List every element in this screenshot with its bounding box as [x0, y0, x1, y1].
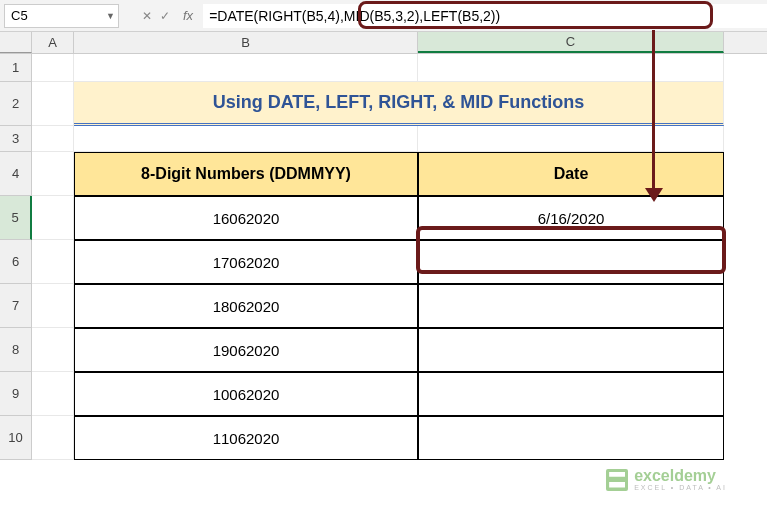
logo-icon [606, 469, 628, 491]
table-cell-number[interactable]: 16062020 [74, 196, 418, 240]
cell[interactable] [32, 82, 74, 126]
table-cell-number[interactable]: 18062020 [74, 284, 418, 328]
name-box[interactable]: C5 ▼ [4, 4, 119, 28]
watermark-tagline: EXCEL • DATA • AI [634, 484, 727, 491]
watermark: exceldemy EXCEL • DATA • AI [606, 468, 727, 491]
watermark-text: exceldemy [634, 468, 727, 484]
cell[interactable] [418, 126, 724, 152]
column-header-b[interactable]: B [74, 32, 418, 53]
row-header[interactable]: 7 [0, 284, 32, 328]
row-header[interactable]: 4 [0, 152, 32, 196]
spreadsheet-grid: A B C 1 2 Using DATE, LEFT, RIGHT, & MID… [0, 32, 767, 460]
cell[interactable] [32, 328, 74, 372]
cell[interactable] [74, 126, 418, 152]
row-header[interactable]: 1 [0, 54, 32, 82]
table-cell-number[interactable]: 17062020 [74, 240, 418, 284]
cell[interactable] [32, 416, 74, 460]
table-header-date[interactable]: Date [418, 152, 724, 196]
formula-text: =DATE(RIGHT(B5,4),MID(B5,3,2),LEFT(B5,2)… [209, 8, 500, 24]
cancel-icon[interactable]: ✕ [139, 9, 155, 23]
table-cell-date[interactable] [418, 372, 724, 416]
row-header[interactable]: 9 [0, 372, 32, 416]
row-header[interactable]: 3 [0, 126, 32, 152]
table-header-numbers[interactable]: 8-Digit Numbers (DDMMYY) [74, 152, 418, 196]
row-header[interactable]: 8 [0, 328, 32, 372]
fx-icon[interactable]: fx [183, 8, 193, 23]
cell[interactable] [418, 54, 724, 82]
title-cell[interactable]: Using DATE, LEFT, RIGHT, & MID Functions [74, 82, 724, 126]
table-cell-number[interactable]: 10062020 [74, 372, 418, 416]
cell[interactable] [32, 126, 74, 152]
cell[interactable] [32, 240, 74, 284]
cell[interactable] [32, 152, 74, 196]
name-box-value: C5 [11, 8, 28, 23]
table-cell-date[interactable]: 6/16/2020 [418, 196, 724, 240]
chevron-down-icon[interactable]: ▼ [106, 11, 115, 21]
table-cell-number[interactable]: 11062020 [74, 416, 418, 460]
formula-input[interactable]: =DATE(RIGHT(B5,4),MID(B5,3,2),LEFT(B5,2)… [203, 4, 767, 28]
cell[interactable] [74, 54, 418, 82]
select-all-corner[interactable] [0, 32, 32, 53]
column-header-a[interactable]: A [32, 32, 74, 53]
confirm-icon[interactable]: ✓ [157, 9, 173, 23]
row-header[interactable]: 2 [0, 82, 32, 126]
column-header-c[interactable]: C [418, 32, 724, 53]
cell[interactable] [32, 196, 74, 240]
row-header[interactable]: 10 [0, 416, 32, 460]
table-cell-date[interactable] [418, 416, 724, 460]
cell[interactable] [32, 284, 74, 328]
row-header[interactable]: 5 [0, 196, 32, 240]
cell[interactable] [32, 372, 74, 416]
table-cell-date[interactable] [418, 240, 724, 284]
table-cell-number[interactable]: 19062020 [74, 328, 418, 372]
table-cell-date[interactable] [418, 328, 724, 372]
formula-bar: C5 ▼ ✕ ✓ fx =DATE(RIGHT(B5,4),MID(B5,3,2… [0, 0, 767, 32]
row-header[interactable]: 6 [0, 240, 32, 284]
table-cell-date[interactable] [418, 284, 724, 328]
cell[interactable] [32, 54, 74, 82]
